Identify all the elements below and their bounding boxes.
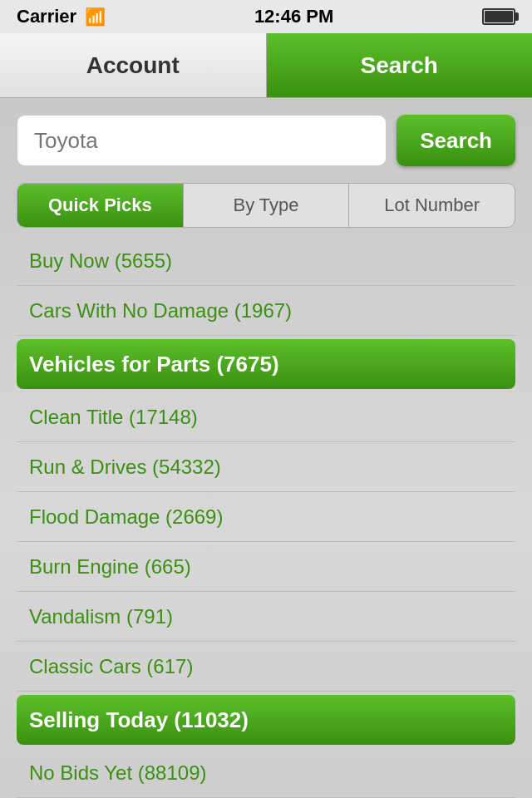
list-item[interactable]: Cars With No Damage (1967) xyxy=(17,286,515,336)
search-input[interactable] xyxy=(17,115,387,166)
status-bar: Carrier 📶 12:46 PM xyxy=(0,0,532,33)
search-button[interactable]: Search xyxy=(397,115,515,166)
main-content: Search Quick Picks By Type Lot Number Bu… xyxy=(0,98,532,798)
list-item[interactable]: Buy Now (5655) xyxy=(17,236,515,286)
tab-search[interactable]: Search xyxy=(267,33,533,97)
list-container: Buy Now (5655) Cars With No Damage (1967… xyxy=(17,236,515,798)
list-item[interactable]: Clean Title (17148) xyxy=(17,392,515,442)
status-time: 12:46 PM xyxy=(254,6,333,27)
list-item[interactable]: Run & Drives (54332) xyxy=(17,442,515,492)
carrier-label: Carrier xyxy=(17,6,76,27)
list-item[interactable]: Burn Engine (665) xyxy=(17,542,515,592)
list-item[interactable]: Vandalism (791) xyxy=(17,592,515,642)
filter-tab-quick-picks[interactable]: Quick Picks xyxy=(17,184,184,227)
status-left: Carrier 📶 xyxy=(17,6,106,27)
search-bar: Search xyxy=(17,115,515,166)
tab-bar: Account Search xyxy=(0,33,532,98)
list-item[interactable]: Classic Cars (617) xyxy=(17,642,515,692)
filter-tab-by-type[interactable]: By Type xyxy=(184,184,350,227)
tab-account[interactable]: Account xyxy=(0,33,267,97)
list-item-highlighted[interactable]: Selling Today (11032) xyxy=(17,695,515,745)
battery-icon xyxy=(482,8,515,25)
wifi-icon: 📶 xyxy=(85,7,106,27)
list-item-highlighted[interactable]: Vehicles for Parts (7675) xyxy=(17,339,515,389)
filter-tabs: Quick Picks By Type Lot Number xyxy=(17,183,515,228)
list-item[interactable]: Flood Damage (2669) xyxy=(17,492,515,542)
list-item[interactable]: No Bids Yet (88109) xyxy=(17,748,515,798)
filter-tab-lot-number[interactable]: Lot Number xyxy=(349,184,515,227)
